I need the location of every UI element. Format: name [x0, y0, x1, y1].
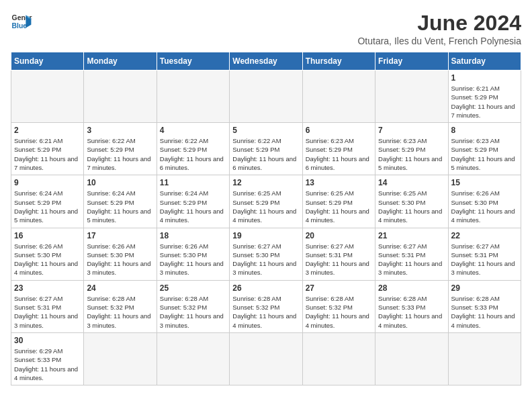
day-info: Sunrise: 6:27 AMSunset: 5:31 PMDaylight:…	[378, 242, 445, 277]
col-thursday: Thursday	[302, 52, 375, 71]
calendar-cell	[230, 71, 302, 123]
calendar-cell: 13Sunrise: 6:25 AMSunset: 5:29 PMDayligh…	[302, 175, 375, 228]
day-number: 21	[378, 231, 445, 240]
calendar-cell	[302, 332, 375, 385]
day-number: 12	[232, 178, 299, 187]
calendar-cell: 22Sunrise: 6:27 AMSunset: 5:31 PMDayligh…	[448, 228, 521, 280]
day-info: Sunrise: 6:28 AMSunset: 5:32 PMDaylight:…	[306, 294, 372, 330]
calendar-cell: 20Sunrise: 6:27 AMSunset: 5:31 PMDayligh…	[302, 228, 375, 280]
calendar-cell: 25Sunrise: 6:28 AMSunset: 5:32 PMDayligh…	[157, 280, 229, 332]
day-number: 23	[14, 283, 81, 293]
day-number: 16	[14, 231, 81, 240]
calendar-cell: 16Sunrise: 6:26 AMSunset: 5:30 PMDayligh…	[11, 228, 84, 280]
day-number: 27	[306, 283, 372, 293]
day-number: 10	[87, 178, 153, 187]
day-info: Sunrise: 6:28 AMSunset: 5:32 PMDaylight:…	[232, 294, 299, 330]
day-number: 9	[14, 178, 81, 187]
day-number: 20	[306, 231, 372, 240]
calendar-cell: 12Sunrise: 6:25 AMSunset: 5:29 PMDayligh…	[230, 175, 302, 228]
day-number: 2	[14, 126, 81, 135]
calendar-cell: 11Sunrise: 6:24 AMSunset: 5:29 PMDayligh…	[157, 175, 229, 228]
week-row-3: 16Sunrise: 6:26 AMSunset: 5:30 PMDayligh…	[11, 228, 521, 280]
day-info: Sunrise: 6:26 AMSunset: 5:30 PMDaylight:…	[451, 189, 518, 224]
calendar-cell: 29Sunrise: 6:28 AMSunset: 5:33 PMDayligh…	[448, 280, 521, 332]
calendar-cell	[11, 71, 84, 123]
calendar-cell: 5Sunrise: 6:22 AMSunset: 5:29 PMDaylight…	[230, 123, 302, 175]
day-info: Sunrise: 6:22 AMSunset: 5:29 PMDaylight:…	[160, 136, 226, 172]
col-monday: Monday	[84, 52, 157, 71]
day-number: 24	[87, 283, 153, 293]
calendar-cell: 6Sunrise: 6:23 AMSunset: 5:29 PMDaylight…	[302, 123, 375, 175]
col-saturday: Saturday	[448, 52, 521, 71]
calendar-cell: 14Sunrise: 6:25 AMSunset: 5:30 PMDayligh…	[375, 175, 448, 228]
calendar-cell: 27Sunrise: 6:28 AMSunset: 5:32 PMDayligh…	[302, 280, 375, 332]
col-tuesday: Tuesday	[157, 52, 229, 71]
svg-text:Blue: Blue	[12, 22, 28, 30]
calendar-cell	[84, 332, 157, 385]
logo-icon: General Blue	[11, 11, 32, 32]
day-info: Sunrise: 6:25 AMSunset: 5:30 PMDaylight:…	[378, 189, 445, 224]
day-info: Sunrise: 6:28 AMSunset: 5:33 PMDaylight:…	[451, 294, 518, 330]
calendar-cell: 8Sunrise: 6:23 AMSunset: 5:29 PMDaylight…	[448, 123, 521, 175]
day-number: 14	[378, 178, 445, 187]
calendar-cell: 17Sunrise: 6:26 AMSunset: 5:30 PMDayligh…	[84, 228, 157, 280]
day-info: Sunrise: 6:27 AMSunset: 5:31 PMDaylight:…	[306, 242, 372, 277]
day-number: 22	[451, 231, 518, 240]
day-number: 13	[306, 178, 372, 187]
day-number: 25	[160, 283, 226, 293]
calendar-cell: 2Sunrise: 6:21 AMSunset: 5:29 PMDaylight…	[11, 123, 84, 175]
calendar-cell: 3Sunrise: 6:22 AMSunset: 5:29 PMDaylight…	[84, 123, 157, 175]
day-number: 29	[451, 283, 518, 293]
calendar-cell	[302, 71, 375, 123]
day-number: 28	[378, 283, 445, 293]
day-number: 30	[14, 336, 81, 345]
day-number: 18	[160, 231, 226, 240]
day-number: 17	[87, 231, 153, 240]
day-number: 19	[232, 231, 299, 240]
day-number: 7	[378, 126, 445, 135]
day-number: 8	[451, 126, 518, 135]
day-info: Sunrise: 6:27 AMSunset: 5:30 PMDaylight:…	[232, 242, 299, 277]
day-info: Sunrise: 6:24 AMSunset: 5:29 PMDaylight:…	[160, 189, 226, 224]
week-row-4: 23Sunrise: 6:27 AMSunset: 5:31 PMDayligh…	[11, 280, 521, 332]
calendar-cell: 23Sunrise: 6:27 AMSunset: 5:31 PMDayligh…	[11, 280, 84, 332]
day-info: Sunrise: 6:22 AMSunset: 5:29 PMDaylight:…	[87, 136, 153, 172]
header-row: Sunday Monday Tuesday Wednesday Thursday…	[11, 52, 521, 71]
day-info: Sunrise: 6:28 AMSunset: 5:33 PMDaylight:…	[378, 294, 445, 330]
calendar-subtitle: Otutara, Iles du Vent, French Polynesia	[357, 36, 521, 46]
day-info: Sunrise: 6:28 AMSunset: 5:32 PMDaylight:…	[160, 294, 226, 330]
week-row-1: 2Sunrise: 6:21 AMSunset: 5:29 PMDaylight…	[11, 123, 521, 175]
day-info: Sunrise: 6:21 AMSunset: 5:29 PMDaylight:…	[14, 136, 81, 172]
calendar-cell: 15Sunrise: 6:26 AMSunset: 5:30 PMDayligh…	[448, 175, 521, 228]
calendar-cell: 7Sunrise: 6:23 AMSunset: 5:29 PMDaylight…	[375, 123, 448, 175]
calendar-cell: 24Sunrise: 6:28 AMSunset: 5:32 PMDayligh…	[84, 280, 157, 332]
calendar-cell: 10Sunrise: 6:24 AMSunset: 5:29 PMDayligh…	[84, 175, 157, 228]
calendar-cell	[230, 332, 302, 385]
day-info: Sunrise: 6:28 AMSunset: 5:32 PMDaylight:…	[87, 294, 153, 330]
day-info: Sunrise: 6:25 AMSunset: 5:29 PMDaylight:…	[306, 189, 372, 224]
day-info: Sunrise: 6:26 AMSunset: 5:30 PMDaylight:…	[87, 242, 153, 277]
day-info: Sunrise: 6:21 AMSunset: 5:29 PMDaylight:…	[451, 84, 518, 120]
calendar-cell: 18Sunrise: 6:26 AMSunset: 5:30 PMDayligh…	[157, 228, 229, 280]
day-info: Sunrise: 6:26 AMSunset: 5:30 PMDaylight:…	[14, 242, 81, 277]
calendar-cell: 26Sunrise: 6:28 AMSunset: 5:32 PMDayligh…	[230, 280, 302, 332]
day-number: 1	[451, 73, 518, 83]
calendar-cell: 9Sunrise: 6:24 AMSunset: 5:29 PMDaylight…	[11, 175, 84, 228]
day-info: Sunrise: 6:27 AMSunset: 5:31 PMDaylight:…	[451, 242, 518, 277]
calendar-cell: 30Sunrise: 6:29 AMSunset: 5:33 PMDayligh…	[11, 332, 84, 385]
day-info: Sunrise: 6:22 AMSunset: 5:29 PMDaylight:…	[232, 136, 299, 172]
day-info: Sunrise: 6:23 AMSunset: 5:29 PMDaylight:…	[378, 136, 445, 172]
day-info: Sunrise: 6:23 AMSunset: 5:29 PMDaylight:…	[451, 136, 518, 172]
col-sunday: Sunday	[11, 52, 84, 71]
calendar-cell	[84, 71, 157, 123]
calendar-title: June 2024	[357, 11, 521, 36]
calendar-table: Sunday Monday Tuesday Wednesday Thursday…	[11, 52, 521, 385]
week-row-2: 9Sunrise: 6:24 AMSunset: 5:29 PMDaylight…	[11, 175, 521, 228]
title-section: June 2024 Otutara, Iles du Vent, French …	[357, 11, 521, 46]
week-row-5: 30Sunrise: 6:29 AMSunset: 5:33 PMDayligh…	[11, 332, 521, 385]
calendar-cell	[375, 71, 448, 123]
col-wednesday: Wednesday	[230, 52, 302, 71]
day-info: Sunrise: 6:29 AMSunset: 5:33 PMDaylight:…	[14, 347, 81, 382]
day-number: 26	[232, 283, 299, 293]
calendar-cell: 19Sunrise: 6:27 AMSunset: 5:30 PMDayligh…	[230, 228, 302, 280]
